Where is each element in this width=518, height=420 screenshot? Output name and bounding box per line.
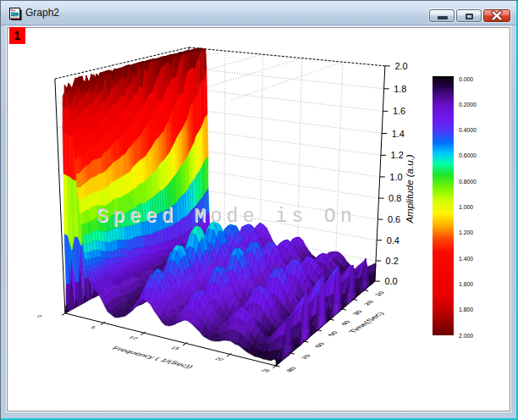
svg-text:0.000: 0.000	[459, 76, 473, 82]
svg-text:0.2000: 0.2000	[459, 102, 477, 108]
svg-text:0: 0	[36, 314, 44, 318]
svg-text:1.600: 1.600	[459, 281, 473, 287]
svg-text:1.6: 1.6	[393, 106, 405, 116]
svg-text:60: 60	[313, 342, 328, 348]
svg-text:1.4: 1.4	[392, 129, 405, 139]
svg-text:50: 50	[326, 330, 340, 336]
svg-text:40: 40	[339, 320, 353, 326]
svg-text:70: 70	[299, 354, 313, 360]
svg-text:0.4: 0.4	[387, 235, 400, 246]
svg-text:80: 80	[284, 367, 299, 373]
svg-text:10: 10	[373, 290, 388, 296]
svg-text:2.0: 2.0	[394, 61, 407, 71]
svg-text:15: 15	[169, 345, 181, 351]
svg-text:1.2: 1.2	[391, 150, 404, 160]
svg-text:10: 10	[127, 335, 139, 340]
svg-text:1.800: 1.800	[459, 307, 473, 312]
svg-text:5: 5	[89, 326, 97, 330]
svg-text:0.4000: 0.4000	[459, 127, 477, 133]
svg-text:0.8: 0.8	[388, 193, 401, 203]
svg-text:0.0: 0.0	[384, 276, 397, 286]
svg-text:1.400: 1.400	[459, 256, 473, 262]
svg-text:0.6: 0.6	[388, 214, 400, 224]
svg-text:1.0: 1.0	[389, 172, 402, 182]
svg-text:20: 20	[213, 356, 225, 362]
svg-text:1.000: 1.000	[459, 204, 473, 210]
svg-text:Speed Mode is On: Speed Mode is On	[96, 206, 356, 228]
svg-text:Amplitude (a.u.): Amplitude (a.u.)	[405, 154, 415, 224]
svg-text:1.8: 1.8	[394, 84, 406, 94]
svg-text:0.6000: 0.6000	[459, 152, 477, 158]
svg-text:25: 25	[259, 368, 271, 373]
svg-text:2.000: 2.000	[459, 333, 473, 339]
svg-text:20: 20	[362, 300, 377, 306]
svg-text:30: 30	[350, 310, 365, 316]
svg-text:0.8000: 0.8000	[459, 179, 477, 185]
svg-text:1.200: 1.200	[459, 229, 473, 235]
svg-text:0.2: 0.2	[386, 256, 399, 266]
svg-text:Frequency ( 1/(Sec)): Frequency ( 1/(Sec))	[110, 345, 195, 369]
